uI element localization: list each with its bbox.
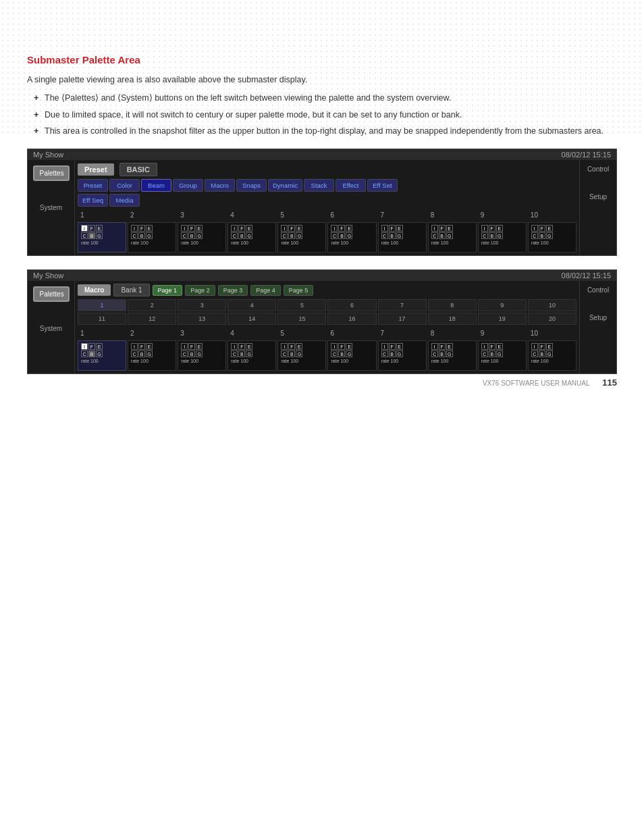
grid-cell-15[interactable]: 15 [277, 313, 326, 325]
palette-btn-macro[interactable]: Macro [205, 179, 235, 192]
palette-btn-snaps[interactable]: Snaps [236, 179, 267, 192]
e5: E [346, 225, 352, 232]
palette-btn-stack[interactable]: Stack [304, 179, 334, 192]
sub-ind-top-1: I F E [131, 225, 173, 232]
grid-cell-5[interactable]: 5 [277, 299, 326, 311]
p2-c6: C [381, 350, 388, 357]
c3: C [231, 232, 238, 239]
palette-btn-effect[interactable]: Effect [336, 179, 366, 192]
palettes-button-1[interactable]: Palettes [33, 165, 70, 181]
grid-cell-6[interactable]: 6 [327, 299, 376, 311]
palette-buttons-row1: Preset Color Beam Group Macro Snaps Dyna… [78, 179, 576, 192]
p2-c3: C [231, 350, 238, 357]
palette-btn-preset[interactable]: Preset [78, 179, 108, 192]
p2-i2: I [181, 343, 188, 350]
ind-I-1: I [131, 225, 138, 232]
sub-cell-1-1: I F E C B G rate 100 [128, 222, 176, 253]
ind-F-1: F [138, 225, 145, 232]
palette-buttons-row2: Eff Seq Media [78, 194, 576, 207]
p2-i0: I [81, 343, 88, 350]
p2-rate-8: rate 100 [481, 359, 523, 363]
p2-c9: C [531, 350, 538, 357]
grid-cell-17[interactable]: 17 [378, 313, 427, 325]
num-9: 9 [478, 211, 527, 219]
rate-0: rate 100 [81, 240, 123, 245]
grid-cell-8[interactable]: 8 [428, 299, 477, 311]
p2-g1: G [146, 350, 153, 357]
palette-btn-dynamic[interactable]: Dynamic [268, 179, 302, 192]
macro-tabs-row: Macro Bank 1 Page 1 Page 2 Page 3 Page 4… [78, 284, 576, 296]
p2-c5: C [331, 350, 338, 357]
grid-cell-9[interactable]: 9 [478, 299, 527, 311]
p2-c2: C [181, 350, 188, 357]
num-1: 1 [78, 211, 126, 219]
palettes-button-2[interactable]: Palettes [33, 286, 70, 302]
p2-i8: I [481, 343, 488, 350]
p2-b0: B [88, 350, 95, 357]
grid-cell-7[interactable]: 7 [378, 299, 427, 311]
grid-cell-20[interactable]: 20 [528, 313, 576, 325]
sub-cell-2-0: IFE CBG rate 100 [78, 340, 126, 371]
grid-cell-4[interactable]: 4 [227, 299, 276, 311]
panel-body-1: Palettes System Preset BASIC Preset Colo… [28, 160, 616, 255]
display-panel-1: My Show 08/02/12 15:15 Palettes System P… [27, 149, 617, 256]
c9: C [531, 232, 538, 239]
grid-row-2: 11 12 13 14 15 16 17 18 19 20 [78, 313, 576, 325]
panel-right-labels-2: Control Setup [579, 281, 616, 373]
e8: E [496, 225, 503, 232]
grid-cell-18[interactable]: 18 [428, 313, 477, 325]
p2-e1: E [146, 343, 153, 350]
rate-9: rate 100 [531, 240, 573, 245]
sub-cell-2-1: IFE CBG rate 100 [128, 340, 176, 371]
grid-cell-1[interactable]: 1 [78, 299, 126, 311]
sub-cell-2-7: IFE CBG rate 100 [428, 340, 477, 371]
ind-E-1: E [146, 225, 153, 232]
palette-btn-beam[interactable]: Beam [141, 179, 171, 192]
g7: G [446, 232, 453, 239]
grid-cell-14[interactable]: 14 [227, 313, 276, 325]
palette-btn-group[interactable]: Group [173, 179, 203, 192]
bank-tab[interactable]: Bank 1 [113, 284, 149, 296]
b7: B [439, 232, 446, 239]
section-title: Submaster Palette Area [27, 54, 617, 66]
macro-tab[interactable]: Macro [78, 284, 111, 296]
bullet-item-3: This area is controlled in the snapshot … [34, 125, 617, 138]
grid-cell-16[interactable]: 16 [327, 313, 376, 325]
grid-cell-10[interactable]: 10 [528, 299, 576, 311]
p2-f3: F [238, 343, 245, 350]
palette-btn-color[interactable]: Color [109, 179, 140, 192]
page-tab-3[interactable]: Page 3 [218, 285, 248, 296]
preset-tab[interactable]: Preset [78, 163, 114, 176]
grid-cell-2[interactable]: 2 [128, 299, 176, 311]
page-tab-4[interactable]: Page 4 [250, 285, 281, 296]
palette-btn-media[interactable]: Media [109, 194, 140, 207]
setup-label-1: Setup [589, 193, 607, 201]
basic-tab[interactable]: BASIC [119, 163, 157, 176]
e3: E [246, 225, 252, 232]
grid-cell-19[interactable]: 19 [478, 313, 527, 325]
page-tab-1[interactable]: Page 1 [153, 285, 183, 296]
num-3: 3 [178, 211, 226, 219]
page-tab-2[interactable]: Page 2 [185, 285, 215, 296]
p2-g9: G [546, 350, 553, 357]
grid-cell-3[interactable]: 3 [178, 299, 226, 311]
system-label-2[interactable]: System [33, 322, 70, 335]
grid-cell-12[interactable]: 12 [128, 313, 176, 325]
f8: F [489, 225, 495, 232]
system-label-1[interactable]: System [33, 201, 70, 214]
f4: F [288, 225, 295, 232]
p2-c4: C [281, 350, 288, 357]
p2-rate-4: rate 100 [281, 359, 323, 363]
palette-btn-effseq[interactable]: Eff Seq [78, 194, 108, 207]
grid-cell-13[interactable]: 13 [178, 313, 226, 325]
b3: B [238, 232, 245, 239]
p2-i1: I [131, 343, 138, 350]
sub-cell-2-3: IFE CBG rate 100 [227, 340, 276, 371]
p2-num-4: 4 [227, 329, 276, 338]
c6: C [381, 232, 388, 239]
palette-btn-effset[interactable]: Eff Set [367, 179, 398, 192]
p2-b1: B [138, 350, 145, 357]
page-footer: VX76 SOFTWARE USER MANUAL 115 [483, 377, 617, 388]
page-tab-5[interactable]: Page 5 [284, 285, 314, 296]
grid-cell-11[interactable]: 11 [78, 313, 126, 325]
